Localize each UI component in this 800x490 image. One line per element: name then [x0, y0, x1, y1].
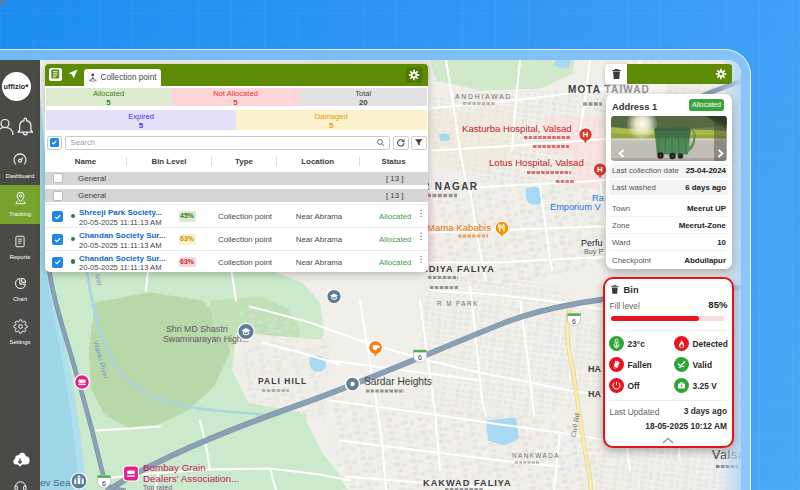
svg-text:ev Sea: ev Sea: [40, 476, 71, 487]
svg-text:6: 6: [102, 479, 106, 486]
svg-text:R NAGAR: R NAGAR: [422, 181, 478, 192]
svg-text:Lotus Hospital, Valsad: Lotus Hospital, Valsad: [489, 157, 584, 168]
svg-text:R M PARK: R M PARK: [437, 299, 479, 306]
svg-text:Emporium V: Emporium V: [550, 201, 601, 211]
svg-text:6: 6: [418, 354, 422, 361]
svg-text:ADIYA FALIYA: ADIYA FALIYA: [421, 264, 495, 274]
svg-text:HA: HA: [588, 388, 601, 398]
svg-text:H: H: [583, 130, 589, 139]
svg-text:H: H: [597, 165, 603, 174]
svg-text:Buy P: Buy P: [584, 246, 603, 255]
svg-text:Top rated: Top rated: [143, 484, 172, 490]
svg-text:NANKWADA: NANKWADA: [512, 451, 560, 458]
svg-text:Dealers' Association...: Dealers' Association...: [143, 472, 239, 483]
svg-text:Swaminarayan High...: Swaminarayan High...: [163, 333, 249, 343]
svg-text:HA: HA: [588, 363, 601, 373]
svg-text:6: 6: [572, 317, 576, 324]
svg-text:Shri MD Shastri: Shri MD Shastri: [166, 323, 228, 333]
svg-text:Bombay Grain: Bombay Grain: [143, 461, 206, 472]
svg-text:Sardar Heights: Sardar Heights: [364, 376, 432, 387]
svg-text:PALI HILL: PALI HILL: [258, 376, 307, 386]
svg-text:Kasturba Hospital, Valsad: Kasturba Hospital, Valsad: [462, 123, 572, 134]
svg-text:KAKWAD FALIYA: KAKWAD FALIYA: [423, 478, 512, 488]
svg-text:ANDHIAWAD: ANDHIAWAD: [455, 92, 512, 99]
svg-text:Mama Kababis: Mama Kababis: [427, 221, 491, 232]
